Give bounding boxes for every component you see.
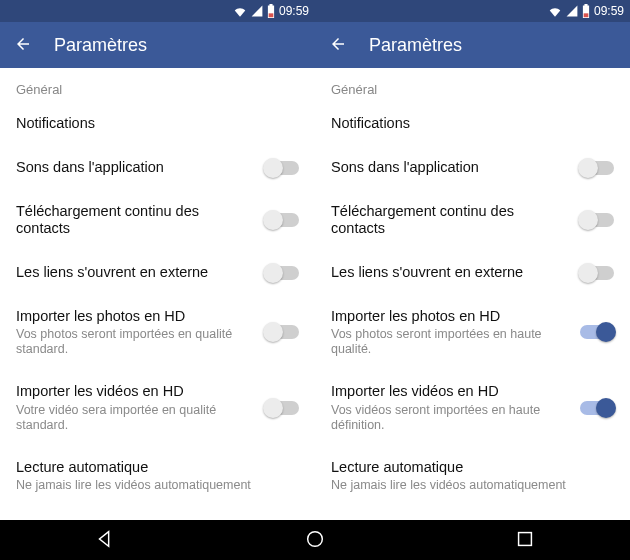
svg-point-2 <box>308 531 323 546</box>
phone-left: 09:59 Paramètres Général Notifications S… <box>0 0 315 560</box>
toggle-contacts[interactable] <box>580 213 614 227</box>
toggle-photos-hd[interactable] <box>265 325 299 339</box>
signal-icon <box>251 5 263 17</box>
item-contacts[interactable]: Téléchargement continu des contacts <box>16 189 299 250</box>
item-title: Importer les photos en HD <box>16 308 255 325</box>
clock: 09:59 <box>594 4 624 18</box>
settings-list: Général Notifications Sons dans l'applic… <box>315 68 630 560</box>
item-sounds[interactable]: Sons dans l'application <box>331 145 614 189</box>
item-notifications[interactable]: Notifications <box>331 101 614 145</box>
nav-home-icon[interactable] <box>304 528 326 553</box>
item-title: Notifications <box>331 115 604 132</box>
item-title: Importer les vidéos en HD <box>331 383 570 400</box>
section-general: Général <box>16 68 299 101</box>
item-photos-hd[interactable]: Importer les photos en HD Vos photos ser… <box>16 294 299 369</box>
svg-rect-3 <box>519 532 532 545</box>
item-title: Lecture automatique <box>331 459 604 476</box>
back-icon[interactable] <box>14 35 32 56</box>
item-videos-hd[interactable]: Importer les vidéos en HD Vos vidéos ser… <box>331 369 614 444</box>
toggle-sounds[interactable] <box>265 161 299 175</box>
svg-rect-1 <box>584 13 589 17</box>
item-title: Lecture automatique <box>16 459 289 476</box>
item-notifications[interactable]: Notifications <box>16 101 299 145</box>
appbar-title: Paramètres <box>54 35 147 56</box>
item-external-links[interactable]: Les liens s'ouvrent en externe <box>16 250 299 294</box>
toggle-external[interactable] <box>580 266 614 280</box>
item-sounds[interactable]: Sons dans l'application <box>16 145 299 189</box>
wifi-icon <box>233 5 247 17</box>
item-autoplay[interactable]: Lecture automatique Ne jamais lire les v… <box>16 445 299 505</box>
item-subtitle: Ne jamais lire les vidéos automatiquemen… <box>331 478 604 493</box>
item-title: Téléchargement continu des contacts <box>331 203 570 238</box>
item-subtitle: Votre vidéo sera importée en qualité sta… <box>16 403 255 433</box>
app-bar: Paramètres <box>315 22 630 68</box>
item-photos-hd[interactable]: Importer les photos en HD Vos photos ser… <box>331 294 614 369</box>
nav-recent-icon[interactable] <box>514 528 536 553</box>
toggle-photos-hd[interactable] <box>580 325 614 339</box>
item-videos-hd[interactable]: Importer les vidéos en HD Votre vidéo se… <box>16 369 299 444</box>
item-title: Les liens s'ouvrent en externe <box>331 264 570 281</box>
settings-list: Général Notifications Sons dans l'applic… <box>0 68 315 560</box>
item-title: Notifications <box>16 115 289 132</box>
section-general: Général <box>331 68 614 101</box>
android-nav-bar <box>0 520 630 560</box>
signal-icon <box>566 5 578 17</box>
item-title: Les liens s'ouvrent en externe <box>16 264 255 281</box>
item-title: Importer les vidéos en HD <box>16 383 255 400</box>
status-bar: 09:59 <box>315 0 630 22</box>
item-contacts[interactable]: Téléchargement continu des contacts <box>331 189 614 250</box>
app-bar: Paramètres <box>0 22 315 68</box>
toggle-sounds[interactable] <box>580 161 614 175</box>
wifi-icon <box>548 5 562 17</box>
battery-icon <box>582 4 590 18</box>
item-title: Sons dans l'application <box>331 159 570 176</box>
toggle-videos-hd[interactable] <box>580 401 614 415</box>
status-bar: 09:59 <box>0 0 315 22</box>
back-icon[interactable] <box>329 35 347 56</box>
item-subtitle: Vos vidéos seront importées en haute déf… <box>331 403 570 433</box>
item-subtitle: Vos photos seront importées en haute qua… <box>331 327 570 357</box>
toggle-contacts[interactable] <box>265 213 299 227</box>
appbar-title: Paramètres <box>369 35 462 56</box>
toggle-external[interactable] <box>265 266 299 280</box>
item-subtitle: Vos photos seront importées en qualité s… <box>16 327 255 357</box>
item-autoplay[interactable]: Lecture automatique Ne jamais lire les v… <box>331 445 614 505</box>
item-title: Téléchargement continu des contacts <box>16 203 255 238</box>
svg-rect-0 <box>269 13 274 17</box>
item-title: Sons dans l'application <box>16 159 255 176</box>
item-subtitle: Ne jamais lire les vidéos automatiquemen… <box>16 478 289 493</box>
phone-right: 09:59 Paramètres Général Notifications S… <box>315 0 630 560</box>
toggle-videos-hd[interactable] <box>265 401 299 415</box>
item-external-links[interactable]: Les liens s'ouvrent en externe <box>331 250 614 294</box>
nav-back-icon[interactable] <box>94 528 116 553</box>
battery-icon <box>267 4 275 18</box>
item-title: Importer les photos en HD <box>331 308 570 325</box>
clock: 09:59 <box>279 4 309 18</box>
